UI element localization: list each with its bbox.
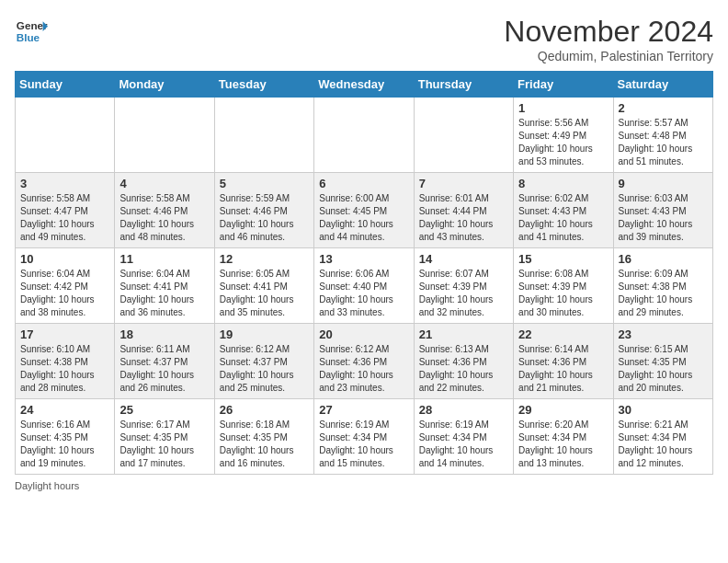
calendar-cell: 12Sunrise: 6:05 AM Sunset: 4:41 PM Dayli… <box>214 248 313 324</box>
calendar-week-row: 1Sunrise: 5:56 AM Sunset: 4:49 PM Daylig… <box>16 98 713 173</box>
calendar-cell: 17Sunrise: 6:10 AM Sunset: 4:38 PM Dayli… <box>16 324 115 399</box>
calendar-cell: 19Sunrise: 6:12 AM Sunset: 4:37 PM Dayli… <box>214 324 313 399</box>
day-number: 4 <box>119 177 209 190</box>
calendar-cell <box>16 98 115 173</box>
calendar-header-sunday: Sunday <box>16 72 115 98</box>
calendar-cell: 11Sunrise: 6:04 AM Sunset: 4:41 PM Dayli… <box>115 248 214 324</box>
day-info: Sunrise: 6:21 AM Sunset: 4:34 PM Dayligh… <box>619 419 708 470</box>
day-info: Sunrise: 6:03 AM Sunset: 4:43 PM Dayligh… <box>619 192 708 244</box>
day-info: Sunrise: 6:13 AM Sunset: 4:36 PM Dayligh… <box>419 343 508 395</box>
day-number: 15 <box>518 252 608 266</box>
calendar-cell: 25Sunrise: 6:17 AM Sunset: 4:35 PM Dayli… <box>115 399 214 475</box>
calendar-cell <box>214 98 313 173</box>
day-number: 2 <box>619 101 708 115</box>
calendar-week-row: 10Sunrise: 6:04 AM Sunset: 4:42 PM Dayli… <box>16 248 713 324</box>
day-info: Sunrise: 6:19 AM Sunset: 4:34 PM Dayligh… <box>319 419 408 470</box>
day-info: Sunrise: 6:04 AM Sunset: 4:41 PM Dayligh… <box>119 268 209 319</box>
day-number: 6 <box>319 177 408 190</box>
calendar-cell: 9Sunrise: 6:03 AM Sunset: 4:43 PM Daylig… <box>613 173 712 248</box>
calendar-cell: 27Sunrise: 6:19 AM Sunset: 4:34 PM Dayli… <box>314 399 414 475</box>
day-info: Sunrise: 5:58 AM Sunset: 4:47 PM Dayligh… <box>20 192 109 244</box>
calendar-cell: 13Sunrise: 6:06 AM Sunset: 4:40 PM Dayli… <box>314 248 414 324</box>
calendar-week-row: 17Sunrise: 6:10 AM Sunset: 4:38 PM Dayli… <box>16 324 713 399</box>
calendar-cell: 16Sunrise: 6:09 AM Sunset: 4:38 PM Dayli… <box>613 248 712 324</box>
day-number: 19 <box>220 327 309 341</box>
calendar-week-row: 24Sunrise: 6:16 AM Sunset: 4:35 PM Dayli… <box>16 399 713 475</box>
day-info: Sunrise: 5:56 AM Sunset: 4:49 PM Dayligh… <box>518 117 608 168</box>
calendar-body: 1Sunrise: 5:56 AM Sunset: 4:49 PM Daylig… <box>16 98 713 475</box>
page-header: General Blue November 2024 Qedumim, Pale… <box>15 15 713 63</box>
calendar-header-friday: Friday <box>514 72 613 98</box>
day-info: Sunrise: 6:05 AM Sunset: 4:41 PM Dayligh… <box>220 268 309 319</box>
day-number: 1 <box>518 101 608 115</box>
footer-note: Daylight hours <box>15 480 713 491</box>
day-number: 27 <box>319 403 408 417</box>
title-block: November 2024 Qedumim, Palestinian Terri… <box>504 15 713 63</box>
calendar-cell: 1Sunrise: 5:56 AM Sunset: 4:49 PM Daylig… <box>514 98 613 173</box>
calendar-cell: 26Sunrise: 6:18 AM Sunset: 4:35 PM Dayli… <box>214 399 313 475</box>
day-number: 3 <box>20 177 109 190</box>
day-number: 7 <box>419 177 508 190</box>
day-number: 23 <box>619 327 708 341</box>
day-number: 28 <box>419 403 508 417</box>
calendar-cell: 6Sunrise: 6:00 AM Sunset: 4:45 PM Daylig… <box>314 173 414 248</box>
day-number: 18 <box>119 327 209 341</box>
calendar-cell: 22Sunrise: 6:14 AM Sunset: 4:36 PM Dayli… <box>514 324 613 399</box>
calendar-table: SundayMondayTuesdayWednesdayThursdayFrid… <box>15 71 713 475</box>
calendar-cell: 5Sunrise: 5:59 AM Sunset: 4:46 PM Daylig… <box>214 173 313 248</box>
calendar-week-row: 3Sunrise: 5:58 AM Sunset: 4:47 PM Daylig… <box>16 173 713 248</box>
calendar-cell <box>115 98 214 173</box>
calendar-header-thursday: Thursday <box>414 72 513 98</box>
calendar-header-row: SundayMondayTuesdayWednesdayThursdayFrid… <box>16 72 713 98</box>
day-number: 29 <box>518 403 608 417</box>
calendar-header-wednesday: Wednesday <box>314 72 414 98</box>
day-info: Sunrise: 6:07 AM Sunset: 4:39 PM Dayligh… <box>419 268 508 319</box>
day-info: Sunrise: 6:06 AM Sunset: 4:40 PM Dayligh… <box>319 268 408 319</box>
calendar-header-saturday: Saturday <box>613 72 712 98</box>
logo: General Blue <box>15 15 48 48</box>
calendar-cell: 10Sunrise: 6:04 AM Sunset: 4:42 PM Dayli… <box>16 248 115 324</box>
day-number: 9 <box>619 177 708 190</box>
day-info: Sunrise: 6:19 AM Sunset: 4:34 PM Dayligh… <box>419 419 508 470</box>
day-info: Sunrise: 6:11 AM Sunset: 4:37 PM Dayligh… <box>119 343 209 395</box>
day-number: 25 <box>119 403 209 417</box>
calendar-cell: 30Sunrise: 6:21 AM Sunset: 4:34 PM Dayli… <box>613 399 712 475</box>
day-number: 13 <box>319 252 408 266</box>
calendar-cell: 2Sunrise: 5:57 AM Sunset: 4:48 PM Daylig… <box>613 98 712 173</box>
day-number: 17 <box>20 327 109 341</box>
day-info: Sunrise: 6:10 AM Sunset: 4:38 PM Dayligh… <box>20 343 109 395</box>
day-info: Sunrise: 5:58 AM Sunset: 4:46 PM Dayligh… <box>119 192 209 244</box>
month-year: November 2024 <box>504 15 713 49</box>
day-info: Sunrise: 6:12 AM Sunset: 4:37 PM Dayligh… <box>220 343 309 395</box>
calendar-cell: 15Sunrise: 6:08 AM Sunset: 4:39 PM Dayli… <box>514 248 613 324</box>
calendar-header-tuesday: Tuesday <box>214 72 313 98</box>
calendar-cell: 7Sunrise: 6:01 AM Sunset: 4:44 PM Daylig… <box>414 173 513 248</box>
day-number: 26 <box>220 403 309 417</box>
day-info: Sunrise: 6:01 AM Sunset: 4:44 PM Dayligh… <box>419 192 508 244</box>
day-number: 16 <box>619 252 708 266</box>
day-info: Sunrise: 6:15 AM Sunset: 4:35 PM Dayligh… <box>619 343 708 395</box>
day-info: Sunrise: 6:18 AM Sunset: 4:35 PM Dayligh… <box>220 419 309 470</box>
calendar-cell: 14Sunrise: 6:07 AM Sunset: 4:39 PM Dayli… <box>414 248 513 324</box>
day-number: 21 <box>419 327 508 341</box>
calendar-cell: 23Sunrise: 6:15 AM Sunset: 4:35 PM Dayli… <box>613 324 712 399</box>
day-number: 20 <box>319 327 408 341</box>
day-number: 11 <box>119 252 209 266</box>
calendar-cell: 3Sunrise: 5:58 AM Sunset: 4:47 PM Daylig… <box>16 173 115 248</box>
day-number: 22 <box>518 327 608 341</box>
calendar-cell: 20Sunrise: 6:12 AM Sunset: 4:36 PM Dayli… <box>314 324 414 399</box>
calendar-cell: 28Sunrise: 6:19 AM Sunset: 4:34 PM Dayli… <box>414 399 513 475</box>
day-info: Sunrise: 6:09 AM Sunset: 4:38 PM Dayligh… <box>619 268 708 319</box>
calendar-cell: 18Sunrise: 6:11 AM Sunset: 4:37 PM Dayli… <box>115 324 214 399</box>
day-info: Sunrise: 6:12 AM Sunset: 4:36 PM Dayligh… <box>319 343 408 395</box>
day-info: Sunrise: 6:14 AM Sunset: 4:36 PM Dayligh… <box>518 343 608 395</box>
day-number: 12 <box>220 252 309 266</box>
day-number: 30 <box>619 403 708 417</box>
calendar-cell: 8Sunrise: 6:02 AM Sunset: 4:43 PM Daylig… <box>514 173 613 248</box>
day-info: Sunrise: 6:04 AM Sunset: 4:42 PM Dayligh… <box>20 268 109 319</box>
day-number: 5 <box>220 177 309 190</box>
calendar-cell <box>414 98 513 173</box>
day-info: Sunrise: 6:17 AM Sunset: 4:35 PM Dayligh… <box>119 419 209 470</box>
day-info: Sunrise: 6:00 AM Sunset: 4:45 PM Dayligh… <box>319 192 408 244</box>
calendar-cell: 29Sunrise: 6:20 AM Sunset: 4:34 PM Dayli… <box>514 399 613 475</box>
